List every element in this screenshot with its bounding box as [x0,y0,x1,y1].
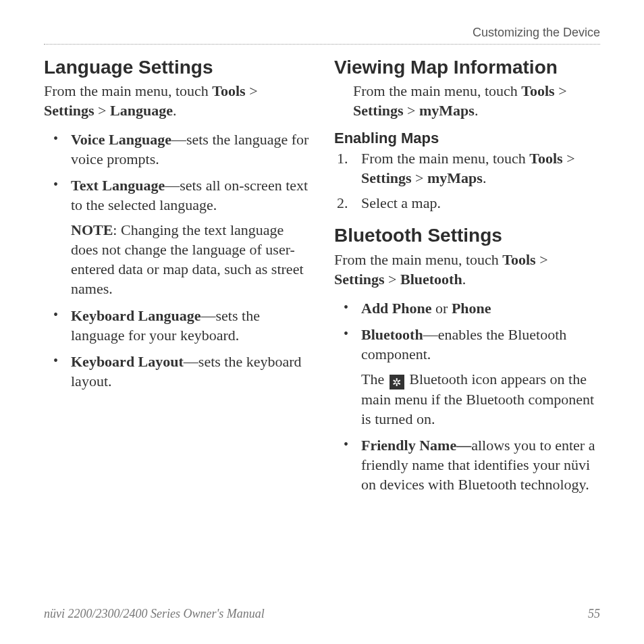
list-item: Voice Language—sets the language for voi… [44,130,310,169]
list-item: Friendly Name—allows you to enter a frie… [334,435,600,494]
period: . [462,271,466,288]
sep: > [563,150,575,167]
page-footer: nüvi 2200/2300/2400 Series Owner's Manua… [44,607,600,621]
nav-mymaps: myMaps [419,102,475,119]
nav-bluetooth: Bluetooth [400,271,462,288]
bluetooth-options-list: Add Phone or Phone Bluetooth—enables the… [334,298,600,495]
text: From the main menu, touch [353,82,521,99]
period: . [475,102,479,119]
period: . [173,102,177,119]
nav-mymaps: myMaps [427,169,483,186]
option-bluetooth: Bluetooth [361,326,423,343]
nav-language: Language [110,102,173,119]
heading-enabling-maps: Enabling Maps [334,130,600,147]
nav-settings: Settings [361,169,412,186]
content-columns: Language Settings From the main menu, to… [44,57,600,501]
bluetooth-icon: ✲ [390,375,404,390]
option-phone: Phone [452,300,491,317]
text: or [432,300,452,317]
list-item: Text Language—sets all on-screen text to… [44,176,310,298]
heading-viewing-map-info: Viewing Map Information [334,57,600,78]
option-text-language: Text Language [71,177,165,194]
language-intro: From the main menu, touch Tools > Settin… [44,81,310,120]
step-item: From the main menu, touch Tools > Settin… [334,149,600,188]
note-block: NOTE: Changing the text language does no… [71,220,310,298]
text: The [361,371,388,387]
sep: > [555,82,567,99]
nav-settings: Settings [353,102,404,119]
option-voice-language: Voice Language [71,131,171,148]
sep: > [246,82,258,99]
sep: > [95,102,110,119]
list-item: Keyboard Layout—sets the keyboard layout… [44,352,310,391]
map-intro: From the main menu, touch Tools > Settin… [334,81,600,120]
option-add-phone: Add Phone [361,300,432,317]
sep: > [404,102,419,119]
list-item: Add Phone or Phone [334,298,600,318]
option-friendly-name: Friendly Name— [361,437,471,454]
period: . [483,169,487,186]
bluetooth-note: The ✲ Bluetooth icon appears on the main… [361,369,600,429]
bluetooth-intro: From the main menu, touch Tools > Settin… [334,250,600,289]
option-keyboard-language: Keyboard Language [71,307,201,324]
nav-settings: Settings [44,102,95,119]
heading-language-settings: Language Settings [44,57,310,78]
language-options-list: Voice Language—sets the language for voi… [44,130,310,390]
running-header: Customizing the Device [44,26,600,45]
list-item: Bluetooth—enables the Bluetooth componen… [334,325,600,429]
list-item: Keyboard Language—sets the language for … [44,306,310,345]
sep: > [536,251,548,268]
page-number: 55 [588,607,600,621]
heading-bluetooth-settings: Bluetooth Settings [334,225,600,246]
text: From the main menu, touch [44,82,212,99]
right-column: Viewing Map Information From the main me… [334,57,600,501]
nav-tools: Tools [502,251,535,268]
text: From the main menu, touch [334,251,502,268]
enabling-maps-steps: From the main menu, touch Tools > Settin… [334,149,600,213]
sep: > [412,169,427,186]
nav-settings: Settings [334,271,385,288]
sep: > [385,271,400,288]
note-label: NOTE [71,221,113,238]
option-keyboard-layout: Keyboard Layout [71,353,184,370]
nav-tools: Tools [529,150,562,167]
nav-tools: Tools [212,82,245,99]
text: From the main menu, touch [361,150,529,167]
manual-title: nüvi 2200/2300/2400 Series Owner's Manua… [44,607,265,621]
left-column: Language Settings From the main menu, to… [44,57,310,501]
nav-tools: Tools [521,82,554,99]
step-item: Select a map. [334,193,600,213]
